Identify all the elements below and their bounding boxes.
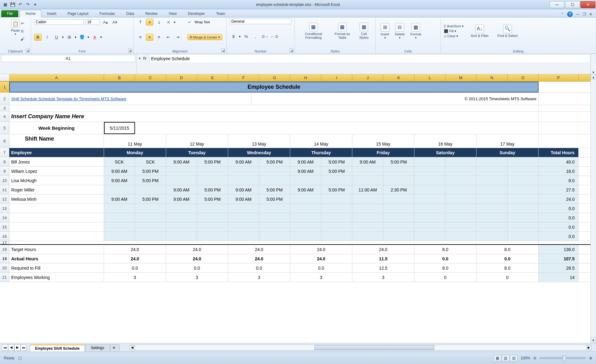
spreadsheet-grid[interactable]: 1Employee Schedule2Shift Schedule Schedu… xyxy=(0,82,590,343)
schedule-cell[interactable] xyxy=(197,213,228,222)
italic-button[interactable]: I xyxy=(43,34,51,41)
schedule-cell[interactable] xyxy=(228,222,259,231)
schedule-cell[interactable] xyxy=(383,213,414,222)
column-header-N[interactable]: N xyxy=(476,74,508,81)
minimize-button[interactable]: — xyxy=(549,1,564,8)
decrease-decimal-icon[interactable]: ←.0 xyxy=(270,33,278,40)
summary-value[interactable]: 8.0 xyxy=(476,245,539,254)
employee-name[interactable] xyxy=(9,213,104,222)
decrease-indent-icon[interactable]: ⇤ xyxy=(165,34,172,41)
schedule-cell[interactable]: 2:30 PM xyxy=(383,185,414,194)
row-header-19[interactable]: 19 xyxy=(0,254,9,263)
tab-team[interactable]: Team xyxy=(210,10,231,17)
schedule-cell[interactable] xyxy=(508,222,539,231)
summary-value[interactable]: 24.0 xyxy=(228,245,290,254)
total-hours[interactable]: 0.0 xyxy=(539,204,579,213)
clear-button[interactable]: ◇ Clear ▾ xyxy=(444,34,464,38)
schedule-cell[interactable]: 5:00 PM xyxy=(259,185,290,194)
row-header-20[interactable]: 20 xyxy=(0,263,9,272)
schedule-cell[interactable] xyxy=(135,185,166,194)
schedule-cell[interactable] xyxy=(445,185,476,194)
week-beginning-date[interactable]: 5/11/2015 xyxy=(104,122,135,134)
row-header-5[interactable]: 5 xyxy=(0,122,9,134)
row-header-21[interactable]: 21 xyxy=(0,273,9,282)
schedule-cell[interactable] xyxy=(414,204,445,213)
increase-decimal-icon[interactable]: .0→ xyxy=(261,33,269,40)
tab-review[interactable]: Review xyxy=(140,10,163,17)
schedule-cell[interactable]: SCK xyxy=(104,157,135,166)
sort-filter-button[interactable]: A↓Sort & Filter xyxy=(469,24,490,38)
schedule-cell[interactable]: 9:00 AM xyxy=(166,195,197,204)
schedule-cell[interactable]: 9:00 AM xyxy=(228,185,259,194)
schedule-cell[interactable]: 9:00 AM xyxy=(352,157,383,166)
alignment-launcher[interactable]: ◢ xyxy=(221,49,225,52)
summary-total[interactable]: 136.0 xyxy=(539,245,579,254)
scroll-down-icon[interactable]: ▾ xyxy=(591,337,596,343)
schedule-cell[interactable]: 5:00 PM xyxy=(197,157,228,166)
day-header[interactable]: Saturday xyxy=(414,148,476,157)
schedule-cell[interactable] xyxy=(166,167,197,176)
schedule-cell[interactable] xyxy=(290,204,321,213)
cell[interactable] xyxy=(9,241,539,244)
day-header[interactable]: Wednesday xyxy=(228,148,290,157)
zoom-level[interactable]: 100% xyxy=(521,356,530,360)
normal-view-icon[interactable]: ▦ xyxy=(494,355,501,361)
column-header-H[interactable]: H xyxy=(290,74,321,81)
cell-styles-button[interactable]: ▦Cell Styles xyxy=(356,22,372,40)
schedule-cell[interactable]: 5:00 PM xyxy=(135,167,166,176)
schedule-cell[interactable]: 5:00 PM xyxy=(383,157,414,166)
scroll-up-icon[interactable]: ▴ xyxy=(591,74,596,80)
undo-icon[interactable]: ↶ xyxy=(17,2,23,7)
schedule-cell[interactable] xyxy=(414,185,445,194)
summary-value[interactable]: 8.0 xyxy=(414,245,476,254)
decrease-font-icon[interactable]: A▾ xyxy=(111,19,119,25)
schedule-cell[interactable]: 5:00 PM xyxy=(321,167,352,176)
title-cell[interactable]: Employee Schedule xyxy=(9,82,539,92)
schedule-cell[interactable] xyxy=(135,232,166,241)
summary-value[interactable]: 8.0 xyxy=(414,263,476,272)
schedule-cell[interactable] xyxy=(476,204,508,213)
zoom-slider[interactable] xyxy=(540,357,586,359)
total-hours-header[interactable]: Total Hours xyxy=(539,148,579,157)
schedule-cell[interactable]: 5:00 PM xyxy=(259,157,290,166)
schedule-cell[interactable] xyxy=(104,204,135,213)
schedule-cell[interactable] xyxy=(414,232,445,241)
underline-button[interactable]: U xyxy=(53,34,60,41)
conditional-formatting-button[interactable]: ▦Conditional Formatting xyxy=(298,22,329,40)
schedule-cell[interactable] xyxy=(476,232,508,241)
schedule-cell[interactable] xyxy=(166,213,197,222)
column-header-C[interactable]: C xyxy=(135,74,166,81)
row-header-2[interactable]: 2 xyxy=(0,93,9,105)
orientation-icon[interactable]: ⤭ xyxy=(165,19,172,25)
increase-indent-icon[interactable]: ⇥ xyxy=(174,34,181,41)
summary-value[interactable]: 0 xyxy=(414,273,476,282)
font-color-button[interactable]: A xyxy=(91,34,98,41)
row-header-8[interactable]: 8 xyxy=(0,157,9,166)
schedule-cell[interactable]: 11:00 AM xyxy=(352,185,383,194)
template-link[interactable]: Shift Schedule Schedule Template by Time… xyxy=(9,93,251,105)
page-break-view-icon[interactable]: ▤ xyxy=(510,355,517,361)
schedule-cell[interactable] xyxy=(508,176,539,185)
schedule-cell[interactable] xyxy=(166,176,197,185)
date-header[interactable]: 14 May xyxy=(290,134,352,148)
schedule-cell[interactable] xyxy=(166,232,197,241)
day-header[interactable]: Thursday xyxy=(290,148,352,157)
tab-formulas[interactable]: Formulas xyxy=(94,10,121,17)
format-as-table-button[interactable]: ▦Format as Table xyxy=(331,22,354,40)
schedule-cell[interactable] xyxy=(445,167,476,176)
week-beginning-label[interactable]: Week Beginning xyxy=(9,122,104,134)
schedule-cell[interactable] xyxy=(383,176,414,185)
schedule-cell[interactable] xyxy=(352,176,383,185)
zoom-in-icon[interactable]: ⊕ xyxy=(589,356,592,360)
workbook-minimize-icon[interactable]: — xyxy=(576,12,580,16)
file-tab[interactable]: File xyxy=(1,10,18,17)
schedule-cell[interactable] xyxy=(414,222,445,231)
day-header[interactable]: Monday xyxy=(104,148,166,157)
insert-cells-button[interactable]: ⊞Insert▾ xyxy=(379,22,391,40)
date-header[interactable]: 15 May xyxy=(352,134,414,148)
schedule-cell[interactable] xyxy=(414,195,445,204)
summary-value[interactable]: 11.5 xyxy=(352,254,414,263)
summary-total[interactable]: 107.5 xyxy=(539,254,579,263)
schedule-cell[interactable] xyxy=(197,232,228,241)
tab-home[interactable]: Home xyxy=(20,10,41,17)
